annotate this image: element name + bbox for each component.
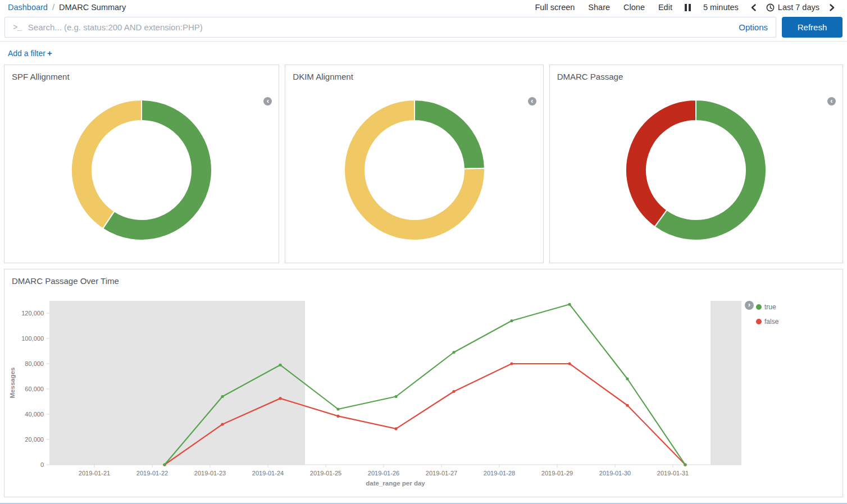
legend-item-false[interactable]: false <box>756 314 778 329</box>
legend-label: true <box>764 303 776 311</box>
y-axis-tick-label: 80,000 <box>25 360 44 367</box>
edit-button[interactable]: Edit <box>652 3 679 12</box>
panel-dmarc-passage-over-time: DMARC Passage Over Time 020,00040,00060,… <box>4 269 843 497</box>
spf-donut-chart[interactable] <box>69 97 215 243</box>
dashboard-menu: Full screen Share Clone Edit 5 minutes L… <box>528 3 840 12</box>
add-filter-label: Add a filter <box>8 49 45 58</box>
data-point-true[interactable] <box>279 364 281 366</box>
refresh-interval-button[interactable]: 5 minutes <box>696 3 745 12</box>
clone-button[interactable]: Clone <box>617 3 652 12</box>
refresh-button[interactable]: Refresh <box>782 17 843 38</box>
data-point-false[interactable] <box>626 404 629 407</box>
panel-title: DMARC Passage <box>550 65 843 81</box>
time-range-label: Last 7 days <box>778 3 819 12</box>
data-point-false[interactable] <box>394 427 397 430</box>
panel-collapse-chevron-icon[interactable]: ‹ <box>827 97 836 106</box>
search-box[interactable]: >_ Options <box>4 17 776 38</box>
y-axis-tick-label: 60,000 <box>25 386 44 392</box>
options-link[interactable]: Options <box>739 22 768 32</box>
x-axis-tick-label: 2019-01-29 <box>541 470 573 476</box>
time-range-picker[interactable]: Last 7 days <box>762 3 824 12</box>
x-axis-tick-label: 2019-01-30 <box>599 470 631 476</box>
x-axis-tick-label: 2019-01-28 <box>484 470 515 476</box>
data-point-false[interactable] <box>279 397 281 400</box>
data-point-true[interactable] <box>221 395 224 398</box>
partial-bucket-band-left <box>49 301 305 465</box>
add-filter-button[interactable]: Add a filter+ <box>8 49 52 58</box>
legend-toggle-chevron-icon[interactable]: › <box>745 301 754 310</box>
legend-dot-icon <box>756 319 762 324</box>
data-point-false[interactable] <box>568 362 571 365</box>
plus-icon: + <box>47 48 52 58</box>
x-axis-tick-label: 2019-01-22 <box>136 470 168 476</box>
data-point-true[interactable] <box>626 377 629 380</box>
partial-bucket-band-right <box>711 301 741 465</box>
y-axis-tick-label: 120,000 <box>21 310 44 317</box>
search-input[interactable] <box>28 22 732 32</box>
donut-slice-yellow[interactable] <box>71 100 142 228</box>
data-point-true[interactable] <box>394 395 397 398</box>
share-button[interactable]: Share <box>581 3 617 12</box>
y-axis-tick-label: 0 <box>40 461 44 468</box>
pause-icon[interactable] <box>679 4 696 11</box>
top-nav-bar: Dashboard / DMARC Summary Full screen Sh… <box>0 0 847 13</box>
donut-slice-green[interactable] <box>415 100 485 169</box>
panel-spf-alignment: SPF Allignment ‹ <box>4 65 279 263</box>
full-screen-button[interactable]: Full screen <box>528 3 581 12</box>
panel-dmarc-passage: DMARC Passage ‹ <box>549 65 843 263</box>
legend-dot-icon <box>756 304 762 310</box>
x-axis-tick-label: 2019-01-23 <box>194 470 226 476</box>
y-axis-title: Messages <box>9 368 16 398</box>
filter-bar: Add a filter+ <box>0 42 847 63</box>
clock-icon <box>766 3 775 12</box>
breadcrumb-separator: / <box>52 3 54 12</box>
dashboard-panels-row: SPF Allignment ‹ DKIM Alignment ‹ DMARC … <box>0 63 847 263</box>
x-axis-tick-label: 2019-01-25 <box>310 470 341 476</box>
y-axis-tick-label: 40,000 <box>25 411 44 418</box>
panel-dkim-alignment: DKIM Alignment ‹ <box>285 65 543 263</box>
dmarc-donut-chart[interactable] <box>623 97 769 243</box>
chart-legend: truefalse <box>756 300 778 329</box>
legend-item-true[interactable]: true <box>756 300 778 314</box>
data-point-false[interactable] <box>336 415 339 418</box>
data-point-true[interactable] <box>336 407 339 410</box>
x-axis-tick-label: 2019-01-26 <box>368 470 399 476</box>
y-axis-tick-label: 100,000 <box>21 335 44 342</box>
data-point-true[interactable] <box>510 319 513 322</box>
page-title: DMARC Summary <box>59 3 126 12</box>
panel-title: DKIM Alignment <box>285 65 543 81</box>
query-bar: >_ Options Refresh <box>0 13 847 38</box>
legend-label: false <box>764 318 778 326</box>
panel-title: SPF Allignment <box>4 65 279 81</box>
query-prompt-icon: >_ <box>13 23 21 32</box>
time-forward-chevron-icon[interactable] <box>824 4 840 11</box>
time-back-chevron-icon[interactable] <box>745 4 762 11</box>
data-point-true[interactable] <box>452 351 455 354</box>
x-axis-tick-label: 2019-01-27 <box>426 470 457 476</box>
breadcrumb: Dashboard / DMARC Summary <box>8 3 126 12</box>
y-axis-tick-label: 20,000 <box>25 436 44 443</box>
data-point-false[interactable] <box>452 390 455 393</box>
x-axis-title: date_range per day <box>366 480 425 487</box>
x-axis-tick-label: 2019-01-31 <box>657 470 689 476</box>
data-point-true[interactable] <box>568 303 571 306</box>
data-point-false[interactable] <box>221 423 224 425</box>
x-axis-tick-label: 2019-01-24 <box>252 470 284 476</box>
panel-collapse-chevron-icon[interactable]: ‹ <box>528 97 536 106</box>
data-point-true[interactable] <box>163 463 166 466</box>
breadcrumb-dashboard-link[interactable]: Dashboard <box>8 3 48 12</box>
data-point-false[interactable] <box>510 362 513 365</box>
dkim-donut-chart[interactable] <box>341 97 488 243</box>
x-axis-tick-label: 2019-01-21 <box>79 470 110 476</box>
donut-slice-red[interactable] <box>626 100 696 227</box>
data-point-true[interactable] <box>684 463 686 466</box>
dmarc-over-time-line-chart[interactable]: 020,00040,00060,00080,000100,000120,0002… <box>4 269 843 497</box>
